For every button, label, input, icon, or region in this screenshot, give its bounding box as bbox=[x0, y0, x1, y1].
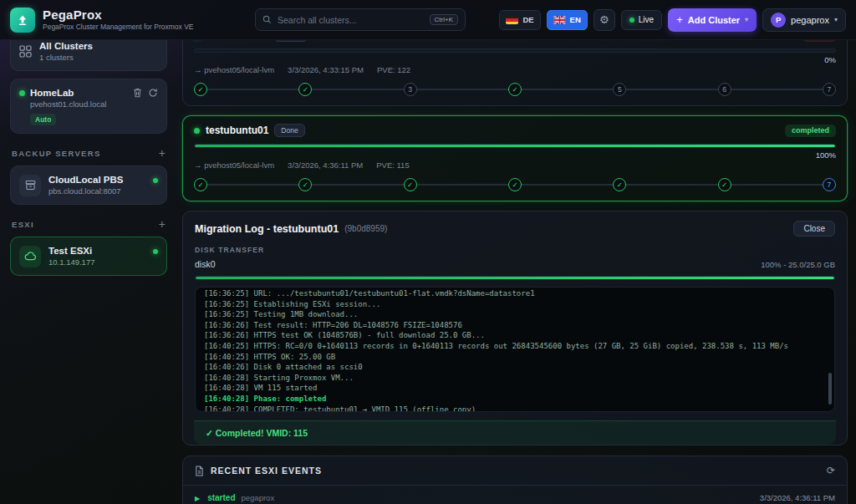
backup-server-name: CloudLocal PBS bbox=[48, 174, 123, 186]
migration-log-terminal[interactable]: [16:36:25] URL: .../testubuntu01/testubu… bbox=[195, 287, 835, 412]
add-esxi-button[interactable]: + bbox=[159, 217, 166, 231]
app-logo-icon bbox=[10, 8, 35, 33]
step-connector bbox=[731, 184, 823, 186]
step-connector bbox=[207, 184, 298, 186]
language-de-label: DE bbox=[522, 15, 533, 24]
migration-pve-id: PVE: 122 bbox=[377, 65, 410, 74]
migration-card-failed[interactable]: testubuntu01 Failed failed 0% → pvehost0… bbox=[182, 40, 848, 106]
log-line-phase-completed: [16:40:28] Phase: completed bbox=[204, 394, 823, 405]
app-title: PegaProx bbox=[43, 8, 193, 22]
migration-card-completed[interactable]: testubuntu01 Done completed 100% → pveho… bbox=[182, 115, 848, 201]
step-connector bbox=[731, 89, 823, 90]
migration-progress-percent: 0% bbox=[824, 55, 836, 64]
refresh-events-icon[interactable]: ⟳ bbox=[827, 465, 835, 476]
backup-server-icon bbox=[19, 175, 41, 196]
top-bar: PegaProx PegaProx Cluster Management for… bbox=[0, 0, 856, 40]
disk-transfer-label: DISK TRANSFER bbox=[195, 246, 835, 254]
search-shortcut-hint: Ctrl+K bbox=[430, 14, 458, 25]
step-connector bbox=[417, 89, 508, 90]
global-search[interactable]: Ctrl+K bbox=[255, 8, 466, 31]
step-connector bbox=[417, 184, 508, 186]
status-dot-icon bbox=[19, 90, 25, 96]
cluster-host: pvehost01.cloud.local bbox=[30, 99, 158, 109]
add-backup-server-button[interactable]: + bbox=[159, 146, 166, 160]
migration-log-title: Migration Log - testubuntu01 bbox=[195, 223, 339, 235]
step-1: ✓ bbox=[194, 83, 207, 96]
search-icon bbox=[262, 15, 272, 24]
migration-status-chip: Done bbox=[274, 124, 304, 137]
step-2: ✓ bbox=[298, 83, 312, 96]
event-row[interactable]: ▶ started pegaprox 3/3/2026, 4:36:11 PM … bbox=[183, 486, 847, 504]
backup-servers-title: BACKUP SERVERS bbox=[12, 149, 101, 158]
step-5: ✓ bbox=[613, 178, 626, 191]
step-6: ✓ bbox=[718, 178, 731, 191]
user-menu-button[interactable]: P pegaprox ▾ bbox=[762, 8, 846, 32]
migration-target: → pvehost05/local-lvm bbox=[194, 160, 274, 170]
search-input[interactable] bbox=[278, 15, 424, 25]
step-connector bbox=[522, 89, 613, 90]
step-4: ✓ bbox=[508, 83, 522, 96]
cloud-icon bbox=[19, 246, 41, 267]
esxi-title: ESXI bbox=[12, 220, 34, 229]
log-line: [16:36:25] Establishing ESXi session... bbox=[204, 299, 823, 310]
delete-cluster-icon[interactable] bbox=[133, 88, 142, 98]
step-connector bbox=[522, 184, 613, 186]
reconnect-cluster-icon[interactable] bbox=[148, 88, 158, 98]
close-log-button[interactable]: Close bbox=[793, 221, 835, 237]
sidebar: All Clusters 1 clusters HomeLab pvehost0… bbox=[0, 40, 176, 504]
disk-progress-label: 100% - 25.0/25.0 GB bbox=[761, 260, 835, 269]
plus-icon: + bbox=[676, 14, 683, 25]
step-2: ✓ bbox=[298, 178, 312, 191]
migration-date: 3/3/2026, 4:33:15 PM bbox=[288, 65, 364, 74]
disk-name: disk0 bbox=[195, 259, 216, 269]
migration-state-badge: completed bbox=[785, 125, 836, 137]
sidebar-item-backup-cloudlocal[interactable]: CloudLocal PBS pbs.cloud.local:8007 bbox=[10, 165, 167, 205]
header-actions: DE EN ⚙ Live + Add Cluster ▾ P pegaprox … bbox=[499, 8, 846, 32]
vm-status-dot-icon bbox=[194, 128, 200, 134]
sidebar-item-esxi-test[interactable]: Test ESXi 10.1.149.177 bbox=[10, 237, 167, 276]
migration-steps: ✓ ✓ 3 ✓ 5 6 7 bbox=[194, 83, 836, 96]
migration-target: → pvehost05/local-lvm bbox=[194, 65, 274, 74]
migration-progress-bar bbox=[194, 144, 836, 148]
log-line: [16:40:25] HTTPS: RC=0/0 0+1640113 recor… bbox=[204, 341, 823, 352]
step-7: 7 bbox=[823, 83, 836, 96]
migration-log-panel: Migration Log - testubuntu01 (9b0d8959) … bbox=[182, 211, 848, 445]
log-line: [16:40:28] Starting Proxmox VM... bbox=[204, 373, 823, 384]
log-line: [16:36:26] Test result: HTTP=206 DL=1048… bbox=[204, 320, 823, 331]
log-line: [16:36:26] HTTPS test OK (1048576B) - fu… bbox=[204, 330, 823, 341]
migration-completed-banner: ✓ Completed! VMID: 115 bbox=[194, 420, 836, 445]
esxi-section-header: ESXI + bbox=[12, 217, 166, 231]
step-connector bbox=[207, 89, 298, 90]
step-connector bbox=[312, 184, 403, 186]
step-connector bbox=[312, 89, 403, 90]
sidebar-item-all-clusters[interactable]: All Clusters 1 clusters bbox=[10, 40, 167, 71]
language-en-button[interactable]: EN bbox=[547, 10, 588, 30]
esxi-server-host: 10.1.149.177 bbox=[48, 257, 94, 267]
log-line: [16:40:28] COMPLETED: testubuntu01 → VMI… bbox=[204, 405, 823, 412]
recent-esxi-events-panel: RECENT ESXI EVENTS ⟳ ▶ started pegaprox … bbox=[182, 456, 848, 504]
step-5: 5 bbox=[613, 83, 626, 96]
disk-progress-bar bbox=[195, 276, 835, 280]
migration-progress-percent: 100% bbox=[816, 150, 836, 160]
app-brand: PegaProx PegaProx Cluster Management for… bbox=[10, 8, 207, 33]
online-dot-icon bbox=[153, 178, 158, 183]
language-de-button[interactable]: DE bbox=[499, 10, 540, 30]
log-line: [16:40:25] HTTPS OK: 25.00 GB bbox=[204, 352, 823, 363]
cluster-auto-badge: Auto bbox=[30, 114, 56, 125]
sidebar-item-cluster-homelab[interactable]: HomeLab pvehost01.cloud.local Auto bbox=[10, 79, 167, 134]
esxi-server-name: Test ESXi bbox=[48, 245, 94, 257]
log-scrollbar-thumb[interactable] bbox=[828, 373, 832, 405]
flag-en-icon bbox=[553, 16, 566, 24]
migration-session-id: (9b0d8959) bbox=[344, 224, 387, 233]
add-cluster-button[interactable]: + Add Cluster ▾ bbox=[668, 8, 757, 32]
migration-vm-name: testubuntu01 bbox=[206, 40, 268, 41]
avatar: P bbox=[771, 13, 786, 28]
live-status-toggle[interactable]: Live bbox=[621, 10, 662, 30]
settings-gear-icon[interactable]: ⚙ bbox=[594, 9, 615, 31]
live-label: Live bbox=[639, 15, 654, 24]
log-line: [16:36:25] URL: .../testubuntu01/testubu… bbox=[204, 288, 823, 299]
step-connector bbox=[626, 184, 717, 186]
document-icon bbox=[195, 466, 204, 476]
log-line: [16:40:28] VM 115 started bbox=[204, 383, 823, 394]
user-name: pegaprox bbox=[791, 15, 829, 25]
